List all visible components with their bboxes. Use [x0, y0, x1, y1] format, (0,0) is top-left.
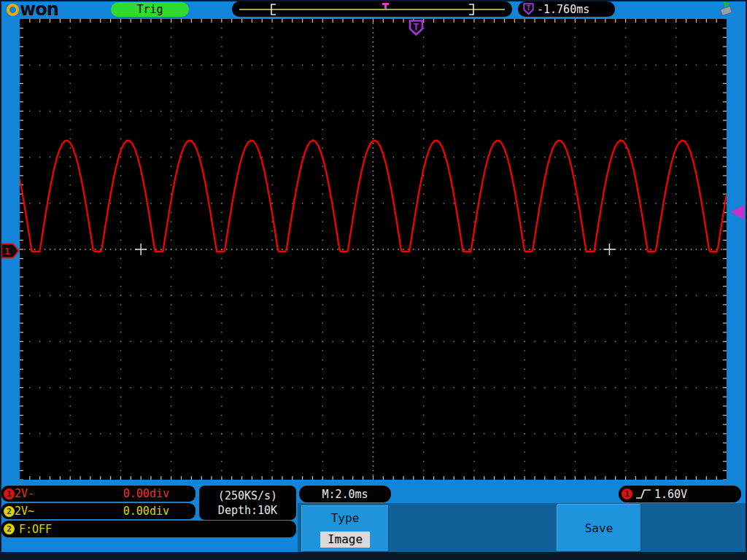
sample-rate-label: (250KS/s): [218, 489, 277, 502]
memory-depth-label: Depth:10K: [218, 504, 277, 517]
svg-text:1: 1: [4, 246, 10, 257]
menu-type-label: Type: [331, 511, 360, 525]
acquisition-readout: (250KS/s) Depth:10K: [199, 486, 296, 520]
trigger-shield-icon: T: [522, 2, 535, 16]
channel2-readout: 2 2V~ 0.00div: [1, 503, 196, 519]
menu-type-selected-value[interactable]: Image: [320, 532, 370, 548]
memory-line: [239, 9, 505, 10]
memory-trigger-marker-icon: [382, 3, 389, 9]
graticule-and-trace: [20, 19, 727, 480]
save-button[interactable]: Save: [557, 504, 641, 552]
owon-logo-ring: [7, 4, 19, 16]
menu-type-softkey[interactable]: Type Image: [301, 505, 389, 552]
trigger-time-value: -1.760ms: [537, 3, 589, 16]
timebase-value: M:2.0ms: [322, 488, 368, 501]
trigger-level-readout: 1 1.60V: [619, 486, 741, 502]
channel2-scale: 2V~: [15, 505, 34, 518]
memory-window-bracket-left: [270, 4, 276, 15]
channel1-badge: 1: [4, 489, 15, 499]
trigger-level-arrow[interactable]: [730, 205, 744, 219]
trigger-position-shield-icon[interactable]: T: [408, 20, 425, 36]
save-button-label: Save: [585, 521, 614, 535]
memory-position-bar[interactable]: [232, 1, 512, 17]
svg-text:T: T: [414, 21, 419, 32]
channel2-filter-label: F:OFF: [19, 523, 52, 536]
trigger-status-badge: Trig: [111, 2, 189, 17]
channel1-readout: 1 2V- 0.00div: [1, 486, 196, 502]
channel1-zero-marker[interactable]: 1: [1, 243, 20, 259]
channel2-filter-readout: 2 F:OFF: [1, 521, 296, 537]
channel1-scale: 2V-: [15, 487, 34, 500]
memory-window-bracket-right: [468, 4, 475, 15]
timebase-readout: M:2.0ms: [299, 486, 391, 502]
trigger-source-badge: 1: [622, 489, 632, 499]
trigger-status-label: Trig: [136, 3, 163, 16]
waveform-display: T: [20, 19, 727, 480]
trigger-time-readout: T -1.760ms: [518, 1, 615, 17]
channel1-offset: 0.00div: [123, 487, 196, 500]
owon-logo: won: [7, 0, 58, 19]
owon-logo-text: won: [20, 1, 58, 18]
rising-edge-icon: [634, 488, 653, 500]
channel2-badge: 2: [4, 506, 15, 517]
channel2-filter-badge: 2: [4, 524, 15, 534]
svg-text:T: T: [527, 4, 531, 12]
usb-device-icon: [718, 3, 735, 16]
bottom-border-strip: [0, 552, 747, 560]
channel2-offset: 0.00div: [123, 505, 196, 518]
trigger-level-value: 1.60V: [654, 488, 687, 501]
